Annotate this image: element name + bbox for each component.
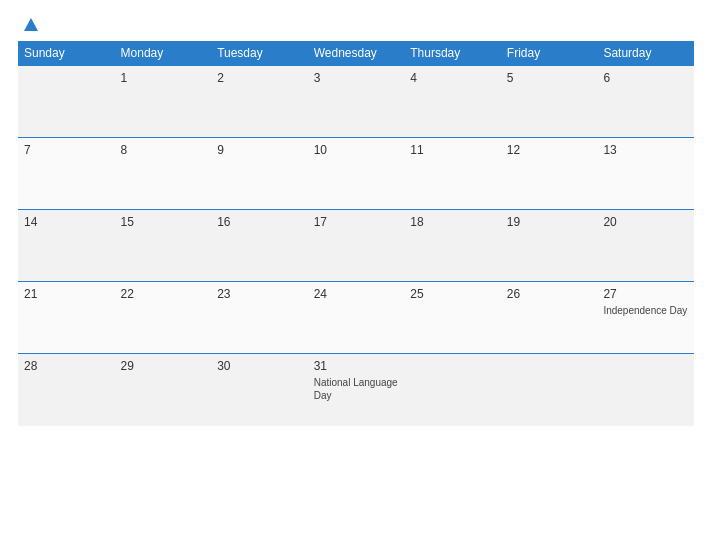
calendar-cell: 16 [211,210,308,282]
calendar-page: SundayMondayTuesdayWednesdayThursdayFrid… [0,0,712,550]
day-header-tuesday: Tuesday [211,41,308,66]
calendar-cell: 3 [308,66,405,138]
day-number: 5 [507,71,592,85]
day-number: 11 [410,143,495,157]
day-number: 23 [217,287,302,301]
calendar-cell: 12 [501,138,598,210]
calendar-cell [404,354,501,426]
calendar-cell: 31National Language Day [308,354,405,426]
calendar-cell [501,354,598,426]
day-number: 22 [121,287,206,301]
calendar-cell [597,354,694,426]
day-header-friday: Friday [501,41,598,66]
day-number: 16 [217,215,302,229]
header [18,18,694,31]
day-number: 31 [314,359,399,373]
days-header-row: SundayMondayTuesdayWednesdayThursdayFrid… [18,41,694,66]
calendar-cell: 11 [404,138,501,210]
calendar-cell: 27Independence Day [597,282,694,354]
calendar-week-3: 14151617181920 [18,210,694,282]
calendar-cell: 7 [18,138,115,210]
logo [18,18,42,31]
day-number: 27 [603,287,688,301]
calendar-cell: 29 [115,354,212,426]
calendar-cell: 20 [597,210,694,282]
day-number: 19 [507,215,592,229]
calendar-cell: 8 [115,138,212,210]
day-number: 3 [314,71,399,85]
day-header-saturday: Saturday [597,41,694,66]
calendar-cell: 9 [211,138,308,210]
day-number: 18 [410,215,495,229]
day-header-monday: Monday [115,41,212,66]
day-number: 26 [507,287,592,301]
day-header-thursday: Thursday [404,41,501,66]
day-number: 2 [217,71,302,85]
day-number: 4 [410,71,495,85]
day-number: 29 [121,359,206,373]
calendar-table: SundayMondayTuesdayWednesdayThursdayFrid… [18,41,694,426]
day-number: 20 [603,215,688,229]
day-number: 25 [410,287,495,301]
calendar-cell: 22 [115,282,212,354]
day-number: 1 [121,71,206,85]
event-label: Independence Day [603,304,688,317]
calendar-cell: 30 [211,354,308,426]
calendar-cell: 21 [18,282,115,354]
calendar-cell: 26 [501,282,598,354]
day-number: 17 [314,215,399,229]
day-number: 28 [24,359,109,373]
calendar-cell: 25 [404,282,501,354]
day-number: 10 [314,143,399,157]
calendar-cell: 10 [308,138,405,210]
calendar-cell: 28 [18,354,115,426]
calendar-cell: 15 [115,210,212,282]
calendar-cell: 17 [308,210,405,282]
calendar-week-2: 78910111213 [18,138,694,210]
calendar-cell: 2 [211,66,308,138]
calendar-cell: 14 [18,210,115,282]
day-number: 9 [217,143,302,157]
calendar-cell: 24 [308,282,405,354]
calendar-cell: 5 [501,66,598,138]
day-header-sunday: Sunday [18,41,115,66]
day-number: 12 [507,143,592,157]
calendar-cell: 13 [597,138,694,210]
calendar-cell: 6 [597,66,694,138]
calendar-week-1: 123456 [18,66,694,138]
calendar-week-5: 28293031National Language Day [18,354,694,426]
calendar-cell: 18 [404,210,501,282]
calendar-cell: 1 [115,66,212,138]
day-number: 6 [603,71,688,85]
day-number: 24 [314,287,399,301]
calendar-cell [18,66,115,138]
day-number: 15 [121,215,206,229]
day-number: 13 [603,143,688,157]
logo-triangle-icon [24,18,38,31]
day-number: 21 [24,287,109,301]
day-number: 30 [217,359,302,373]
calendar-cell: 19 [501,210,598,282]
calendar-cell: 23 [211,282,308,354]
event-label: National Language Day [314,376,399,402]
calendar-cell: 4 [404,66,501,138]
day-header-wednesday: Wednesday [308,41,405,66]
day-number: 8 [121,143,206,157]
day-number: 7 [24,143,109,157]
day-number: 14 [24,215,109,229]
calendar-week-4: 21222324252627Independence Day [18,282,694,354]
